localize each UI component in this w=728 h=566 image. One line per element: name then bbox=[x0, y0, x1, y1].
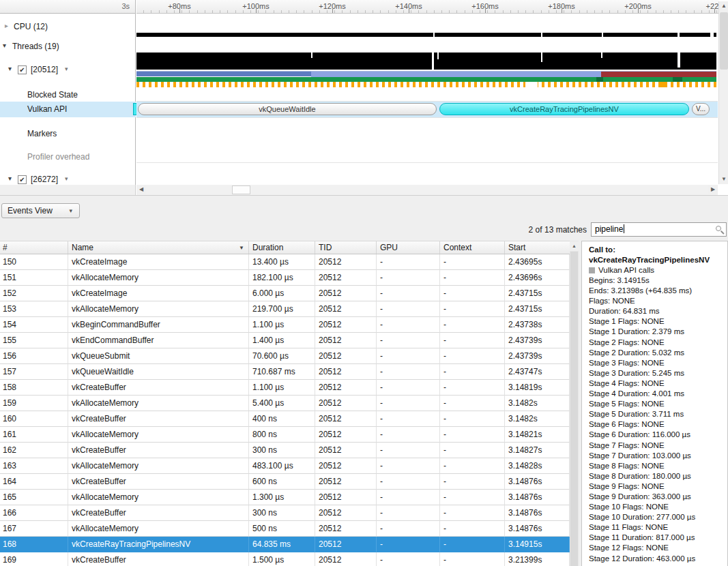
timeline-horizontal-scrollbar[interactable]: ◀ ▶ bbox=[136, 185, 718, 195]
column-header-start[interactable]: Start bbox=[505, 241, 570, 254]
scrollbar-thumb[interactable] bbox=[720, 12, 728, 70]
vulkan-event-bar-create[interactable]: vkCreateRayTracingPipelinesNV bbox=[439, 103, 689, 115]
table-cell: vkCreateBuffer bbox=[68, 474, 249, 490]
sampling-wide-tick bbox=[658, 82, 665, 87]
sidebar-item-profiler-overhead[interactable]: Profiler overhead bbox=[0, 149, 136, 164]
vulkan-event-bar-wait[interactable]: vkQueueWaitIdle bbox=[138, 103, 437, 115]
table-row[interactable]: 168vkCreateRayTracingPipelinesNV64.835 m… bbox=[0, 537, 570, 552]
detail-line: Stage 1 Flags: NONE bbox=[589, 316, 727, 327]
sidebar-item-blocked-state[interactable]: Blocked State bbox=[0, 87, 136, 102]
table-row[interactable]: 155vkEndCommandBuffer1.400 µs20512--2.43… bbox=[0, 333, 570, 348]
sidebar-item-vulkan-api[interactable]: Vulkan API bbox=[0, 102, 136, 117]
column-header-tid[interactable]: TID bbox=[315, 241, 377, 254]
table-row[interactable]: 156vkQueueSubmit70.600 µs20512--2.43739s bbox=[0, 348, 570, 364]
table-cell: - bbox=[440, 458, 505, 474]
column-header-name[interactable]: Name ▼ bbox=[68, 241, 249, 254]
dropdown-caret-icon[interactable]: ▾ bbox=[65, 175, 68, 182]
column-header-gpu[interactable]: GPU bbox=[377, 241, 440, 254]
table-cell: - bbox=[440, 301, 505, 317]
table-cell: 20512 bbox=[315, 364, 377, 380]
timeline-vertical-scrollbar[interactable]: ▲ ▼ bbox=[718, 1, 728, 184]
table-row[interactable]: 153vkAllocateMemory219.700 µs20512--2.43… bbox=[0, 301, 570, 317]
sidebar-item-threads[interactable]: ▾ Threads (19) bbox=[0, 39, 136, 54]
table-cell: 169 bbox=[0, 552, 68, 566]
scrollbar-thumb[interactable] bbox=[232, 185, 250, 194]
timeline-sidebar: ▸ CPU (12) ▾ Threads (19) ▾ ✔ [20512] ▾ … bbox=[0, 14, 136, 185]
table-row[interactable]: 163vkAllocateMemory483.100 µs20512--3.14… bbox=[0, 458, 570, 474]
table-row[interactable]: 151vkAllocateMemory182.100 µs20512--2.43… bbox=[0, 270, 570, 286]
chevron-right-icon[interactable]: ▸ bbox=[5, 22, 8, 29]
detail-line: Stage 5 Flags: NONE bbox=[589, 399, 727, 409]
table-cell: vkQueueWaitIdle bbox=[68, 364, 249, 380]
table-row[interactable]: 164vkCreateBuffer600 ns20512--3.14876s bbox=[0, 474, 570, 490]
table-row[interactable]: 157vkQueueWaitIdle710.687 ms20512--2.437… bbox=[0, 364, 570, 380]
table-row[interactable]: 159vkAllocateMemory5.400 µs20512--3.1482… bbox=[0, 396, 570, 411]
table-cell: 6.000 µs bbox=[249, 286, 315, 301]
table-cell: 2.43695s bbox=[505, 254, 570, 270]
table-cell: 3.14827s bbox=[505, 443, 570, 458]
scroll-up-icon[interactable]: ▲ bbox=[570, 241, 579, 251]
table-cell: - bbox=[440, 521, 505, 537]
timeline-ruler[interactable]: +80ms+100ms+120ms+140ms+160ms+180ms+200m… bbox=[136, 0, 718, 14]
table-cell: - bbox=[377, 333, 440, 348]
thread-state-runnable bbox=[311, 72, 601, 77]
text-cursor bbox=[624, 224, 624, 233]
search-icon[interactable] bbox=[716, 226, 721, 231]
table-row[interactable]: 154vkBeginCommandBuffer1.100 µs20512--2.… bbox=[0, 317, 570, 333]
thread-running-bar bbox=[136, 77, 716, 82]
table-cell: 3.1482s bbox=[505, 411, 570, 427]
table-cell: - bbox=[440, 286, 505, 301]
table-vertical-scrollbar[interactable]: ▲ ▼ bbox=[570, 241, 579, 566]
table-row[interactable]: 165vkAllocateMemory1.300 µs20512--3.1487… bbox=[0, 490, 570, 505]
sampling-gap bbox=[525, 82, 538, 87]
chevron-down-icon[interactable]: ▾ bbox=[8, 65, 12, 72]
table-cell: 300 ns bbox=[249, 505, 315, 521]
thread-checkbox[interactable]: ✔ bbox=[18, 65, 27, 74]
table-cell: 3.14876s bbox=[505, 490, 570, 505]
scrollbar-track[interactable] bbox=[570, 252, 578, 566]
match-count-label: 2 of 13 matches bbox=[529, 225, 587, 235]
table-row[interactable]: 169vkCreateBuffer1.500 µs20512--3.21399s bbox=[0, 552, 570, 566]
table-cell: 2.43715s bbox=[505, 301, 570, 317]
scroll-right-icon[interactable]: ▶ bbox=[708, 185, 718, 194]
scroll-up-icon[interactable]: ▲ bbox=[719, 1, 728, 11]
sidebar-item-cpu[interactable]: ▸ CPU (12) bbox=[0, 19, 136, 34]
table-cell: 1.400 µs bbox=[249, 333, 315, 348]
column-header-context[interactable]: Context bbox=[440, 241, 505, 254]
scroll-down-icon[interactable]: ▼ bbox=[719, 175, 728, 184]
sidebar-item-thread-20512[interactable]: ▾ ✔ [20512] ▾ bbox=[0, 62, 136, 77]
table-row[interactable]: 162vkCreateBuffer300 ns20512--3.14827s bbox=[0, 443, 570, 458]
vulkan-event-bar-clipped[interactable] bbox=[133, 103, 136, 115]
table-cell: - bbox=[377, 427, 440, 443]
chevron-down-icon[interactable]: ▾ bbox=[8, 175, 12, 182]
table-row[interactable]: 167vkAllocateMemory500 ns20512--3.14876s bbox=[0, 521, 570, 537]
detail-line: Stage 3 Duration: 5.245 ms bbox=[589, 368, 727, 378]
table-cell: - bbox=[440, 380, 505, 396]
table-cell: vkCreateRayTracingPipelinesNV bbox=[68, 537, 249, 552]
table-cell: 3.14876s bbox=[505, 505, 570, 521]
table-row[interactable]: 158vkCreateBuffer1.100 µs20512--3.14819s bbox=[0, 380, 570, 396]
table-row[interactable]: 160vkCreateBuffer400 ns20512--3.1482s bbox=[0, 411, 570, 427]
timeline-canvas[interactable]: vkQueueWaitIdle vkCreateRayTracingPipeli… bbox=[136, 14, 718, 185]
events-view-dropdown[interactable]: Events View ▾ bbox=[1, 203, 80, 218]
scroll-left-icon[interactable]: ◀ bbox=[136, 185, 146, 194]
column-header-index[interactable]: # bbox=[0, 241, 68, 254]
sampling-ticks bbox=[136, 82, 716, 87]
sidebar-item-markers[interactable]: Markers bbox=[0, 126, 136, 141]
table-cell: - bbox=[377, 521, 440, 537]
column-header-duration[interactable]: Duration bbox=[249, 241, 315, 254]
table-row[interactable]: 161vkAllocateMemory800 ns20512--3.14821s bbox=[0, 427, 570, 443]
chevron-down-icon[interactable]: ▾ bbox=[3, 42, 6, 49]
table-row[interactable]: 166vkCreateBuffer300 ns20512--3.14876s bbox=[0, 505, 570, 521]
table-row[interactable]: 152vkCreateImage6.000 µs20512--2.43715s bbox=[0, 286, 570, 301]
thread-checkbox[interactable]: ✔ bbox=[18, 175, 27, 184]
dropdown-caret-icon[interactable]: ▾ bbox=[65, 65, 68, 72]
table-cell: 150 bbox=[0, 254, 68, 270]
table-cell: - bbox=[440, 505, 505, 521]
search-input[interactable]: pipeline bbox=[591, 222, 727, 237]
table-cell: vkAllocateMemory bbox=[68, 301, 249, 317]
table-row[interactable]: 150vkCreateImage13.400 µs20512--2.43695s bbox=[0, 254, 570, 270]
thread-activity-bar bbox=[136, 53, 716, 70]
table-cell: vkAllocateMemory bbox=[68, 458, 249, 474]
vulkan-event-bar-overflow[interactable]: V... bbox=[692, 103, 710, 115]
